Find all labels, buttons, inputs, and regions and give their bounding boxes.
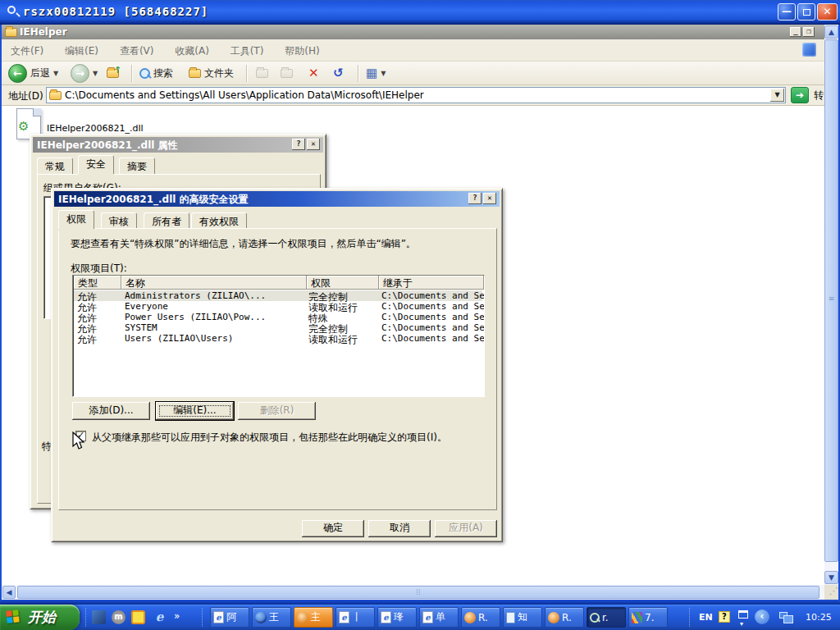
cancel-button[interactable]: 取消	[368, 520, 431, 537]
explorer-minimize-button[interactable]: _	[790, 27, 801, 37]
quick-launch-app-icon[interactable]	[92, 610, 106, 624]
taskbar-window-button[interactable]: 7.	[628, 607, 668, 628]
dll-file-label[interactable]: IEHelper2006821_.dll	[47, 123, 144, 134]
viewer-maximize-button[interactable]	[797, 3, 815, 21]
hide-icons-chevron[interactable]: ‹	[755, 609, 769, 624]
menu-view[interactable]: 查看(V)	[120, 44, 154, 58]
column-header-permission[interactable]: 权限	[307, 276, 379, 290]
taskbar-window-button[interactable]: e阿	[210, 607, 249, 628]
close-button[interactable]: ✕	[483, 193, 496, 204]
start-button[interactable]: 开始	[0, 605, 80, 630]
views-dropdown-icon[interactable]: ▼	[381, 70, 386, 77]
scroll-left-icon[interactable]: ◀	[2, 586, 16, 599]
quick-launch-m-icon[interactable]: m	[112, 610, 126, 624]
horizontal-scrollbar[interactable]: ◀ ⦙⦙	[2, 585, 824, 600]
maximize-icon	[803, 9, 810, 16]
taskbar-window-button[interactable]: 王	[252, 607, 291, 628]
delete-button[interactable]: ✕	[308, 63, 319, 83]
folders-button[interactable]: 文件夹	[189, 63, 234, 83]
apply-button[interactable]: 应用(A)	[435, 520, 497, 537]
taskbar-window-button[interactable]: R.	[461, 607, 500, 628]
back-button[interactable]: ← 后退 ▼	[8, 63, 58, 83]
ok-button[interactable]: 确定	[302, 520, 364, 537]
restore-window-tray-icon[interactable]	[738, 610, 748, 619]
add-button[interactable]: 添加(D)...	[72, 402, 150, 420]
table-row[interactable]: 允许 Administrators (ZILIAO\... 完全控制 C:\Do…	[74, 290, 482, 301]
horizontal-scroll-thumb[interactable]: ⦙⦙	[17, 586, 819, 599]
column-header-inherited-from[interactable]: 继承于	[379, 276, 484, 290]
tab-effective-permissions[interactable]: 有效权限	[191, 212, 247, 229]
properties-dialog-titlebar[interactable]: IEHelper2006821_.dll 属性 ? ✕	[33, 137, 323, 153]
remove-button[interactable]: 删除(R)	[238, 402, 316, 420]
permission-entries-table[interactable]: 类型 名称 权限 继承于 允许 Administrators (ZILIAO\.…	[72, 275, 485, 397]
menu-file[interactable]: 文件(F)	[11, 44, 43, 58]
table-row[interactable]: 允许 Power Users (ZILIAO\Pow... 特殊 C:\Docu…	[74, 312, 482, 322]
copy-to-button[interactable]	[281, 63, 293, 83]
quick-launch-chevron[interactable]: »	[174, 610, 180, 622]
scroll-up-icon[interactable]: ▲	[824, 25, 838, 39]
explorer-restore-button[interactable]: ❐	[803, 27, 815, 37]
close-button[interactable]: ✕	[307, 139, 320, 150]
vertical-scroll-thumb[interactable]: ≡	[824, 39, 838, 562]
vertical-scrollbar[interactable]: ▲ ≡ ▼	[824, 25, 838, 585]
table-row[interactable]: 允许 Everyone 读取和运行 C:\Documents and Setti…	[74, 301, 482, 312]
go-button[interactable]: ➔	[791, 87, 809, 103]
search-button[interactable]: 搜索	[139, 63, 173, 83]
explorer-title-text: IEHelper	[20, 26, 67, 38]
forward-dropdown-icon[interactable]: ▼	[93, 70, 98, 77]
menu-help[interactable]: 帮助(H)	[285, 44, 319, 58]
table-row[interactable]: 允许 SYSTEM 完全控制 C:\Documents and Setting.…	[74, 322, 482, 333]
menu-tools[interactable]: 工具(T)	[231, 44, 264, 58]
tab-owner[interactable]: 所有者	[144, 212, 189, 229]
tab-security[interactable]: 安全	[78, 155, 114, 174]
menu-favorites[interactable]: 收藏(A)	[175, 44, 209, 58]
viewer-minimize-button[interactable]: —	[778, 3, 796, 21]
address-folder-icon	[49, 91, 62, 100]
taskbar-window-button[interactable]: e琒	[377, 607, 417, 628]
scroll-down-icon[interactable]: ▼	[824, 571, 838, 584]
back-dropdown-icon[interactable]: ▼	[53, 70, 58, 77]
copy-to-icon	[281, 69, 293, 78]
ime-help-icon[interactable]: ?	[719, 611, 730, 623]
tab-auditing[interactable]: 审核	[101, 212, 137, 229]
taskbar-window-button-pressed[interactable]: r.	[587, 607, 626, 628]
address-dropdown-icon[interactable]: ▼	[770, 89, 784, 102]
taskbar-window-button[interactable]: 知	[503, 607, 542, 628]
toolbar-separator	[358, 65, 358, 82]
tab-summary[interactable]: 摘要	[119, 158, 155, 174]
quick-launch-clock-icon[interactable]	[131, 610, 145, 624]
tab-permissions[interactable]: 权限	[58, 210, 94, 229]
tab-general[interactable]: 常规	[37, 158, 73, 174]
taskbar-window-button[interactable]: e单	[419, 607, 459, 628]
resize-grip[interactable]: ⋰	[824, 585, 838, 600]
help-button[interactable]: ?	[468, 193, 482, 204]
table-row[interactable]: 允许 Users (ZILIAO\Users) 读取和运行 C:\Documen…	[74, 333, 482, 344]
cell-name: Everyone	[125, 301, 168, 312]
clock[interactable]: 10:25	[806, 612, 832, 623]
advanced-security-dialog: IEHelper2006821_.dll 的高级安全设置 ? ✕ 权限 审核 所…	[51, 188, 503, 542]
taskbar-window-button[interactable]: R.	[545, 607, 584, 628]
edit-button[interactable]: 编辑(E)...	[156, 402, 234, 420]
network-icon[interactable]	[779, 612, 788, 619]
views-button[interactable]: ▦ ▼	[366, 63, 386, 83]
magnifier-icon	[590, 613, 600, 623]
task-button-label: r.	[602, 612, 609, 623]
explorer-titlebar[interactable]: IEHelper _ ❐	[2, 25, 824, 39]
taskbar-window-button-active[interactable]: 主	[294, 607, 333, 628]
address-input[interactable]: C:\Documents and Settings\All Users\Appl…	[46, 87, 786, 103]
forward-button[interactable]: → ▼	[71, 63, 98, 83]
help-button[interactable]: ?	[292, 139, 305, 150]
quick-launch-ie-icon[interactable]: e	[153, 610, 167, 624]
viewer-titlebar[interactable]: rszx00812119 [568468227] — ✕	[0, 0, 840, 25]
column-header-type[interactable]: 类型	[74, 276, 121, 290]
language-indicator[interactable]: EN	[699, 612, 713, 623]
taskbar-window-button[interactable]: e丨	[336, 607, 375, 628]
advanced-dialog-titlebar[interactable]: IEHelper2006821_.dll 的高级安全设置 ? ✕	[54, 191, 500, 207]
cell-type: 允许	[77, 333, 97, 347]
undo-button[interactable]: ↺	[333, 63, 344, 83]
move-to-button[interactable]	[256, 63, 268, 83]
up-button[interactable]: ↑	[107, 63, 119, 83]
menu-edit[interactable]: 编辑(E)	[65, 44, 98, 58]
column-header-name[interactable]: 名称	[121, 276, 307, 290]
viewer-close-button[interactable]: ✕	[817, 3, 838, 21]
